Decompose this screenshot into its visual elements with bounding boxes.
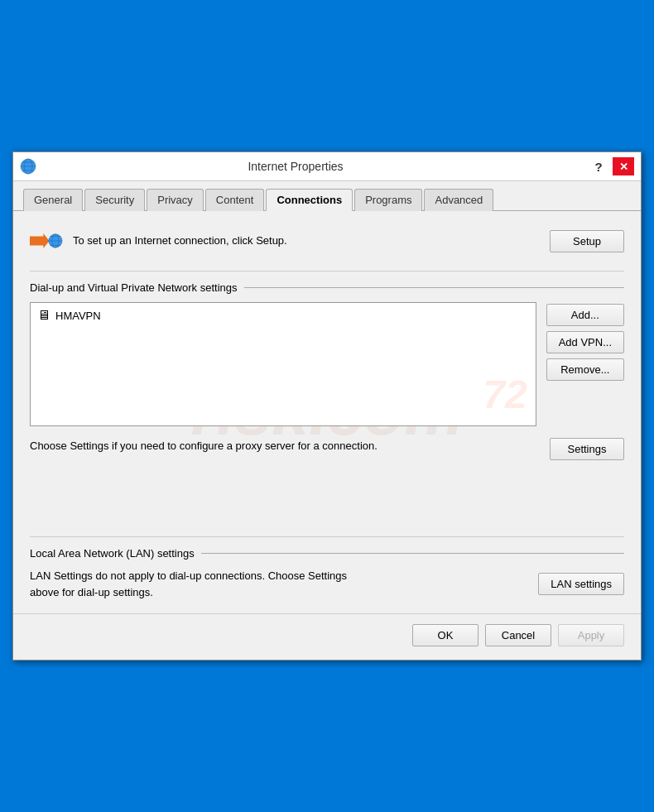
tab-privacy[interactable]: Privacy [147, 189, 204, 211]
lan-section-header: Local Area Network (LAN) settings [30, 547, 624, 560]
remove-button[interactable]: Remove... [546, 358, 624, 381]
vpn-item-icon: 🖥 [37, 308, 50, 323]
lan-settings-row: LAN Settings do not apply to dial-up con… [30, 568, 624, 600]
setup-row: To set up an Internet connection, click … [30, 224, 624, 257]
settings-description: Choose Settings if you need to configure… [30, 438, 377, 454]
dialup-header-text: Dial-up and Virtual Private Network sett… [30, 281, 238, 294]
tab-security[interactable]: Security [84, 189, 145, 211]
divider-2 [30, 536, 624, 537]
app-icon [20, 158, 36, 175]
header-line [244, 287, 625, 288]
tab-general[interactable]: General [23, 189, 83, 211]
dialup-section-header: Dial-up and Virtual Private Network sett… [30, 281, 624, 294]
setup-text: To set up an Internet connection, click … [73, 233, 287, 248]
vpn-list-area: 🖥 HMAVPN 72 Add... Add VPN... Remove... [30, 302, 624, 426]
help-button[interactable]: ? [588, 157, 609, 175]
tabs-bar: General Security Privacy Content Connect… [13, 181, 641, 211]
divider-1 [30, 271, 624, 271]
lan-description: LAN Settings do not apply to dial-up con… [30, 568, 377, 600]
svg-marker-5 [30, 233, 50, 248]
title-bar-controls: ? ✕ [588, 157, 634, 175]
tab-programs[interactable]: Programs [354, 189, 422, 211]
tab-advanced[interactable]: Advanced [424, 189, 493, 211]
cancel-button[interactable]: Cancel [485, 624, 551, 646]
title-bar: Internet Properties ? ✕ [13, 152, 641, 181]
add-vpn-button[interactable]: Add VPN... [546, 331, 624, 353]
spacer [30, 477, 624, 526]
tab-content[interactable]: Content [205, 189, 265, 211]
add-button[interactable]: Add... [546, 304, 624, 326]
internet-properties-window: Internet Properties ? ✕ General Security… [12, 151, 642, 661]
settings-button[interactable]: Settings [550, 438, 624, 460]
close-button[interactable]: ✕ [613, 157, 634, 175]
vpn-buttons: Add... Add VPN... Remove... [546, 302, 624, 381]
settings-row: Choose Settings if you need to configure… [30, 438, 624, 460]
tab-connections[interactable]: Connections [266, 189, 353, 211]
title-bar-left [20, 158, 36, 175]
list-watermark: 72 [483, 372, 527, 417]
lan-header-line [201, 553, 624, 554]
lan-header-text: Local Area Network (LAN) settings [30, 547, 195, 560]
tab-content-area: risk.com To set up [13, 211, 641, 613]
ok-button[interactable]: OK [412, 624, 478, 646]
connection-icon [30, 224, 63, 257]
vpn-item-name: HMAVPN [55, 310, 101, 322]
window-title: Internet Properties [36, 160, 555, 173]
setup-button[interactable]: Setup [550, 230, 624, 252]
lan-settings-button[interactable]: LAN settings [538, 573, 624, 595]
vpn-item[interactable]: 🖥 HMAVPN [34, 306, 532, 324]
apply-button[interactable]: Apply [558, 624, 624, 646]
setup-left: To set up an Internet connection, click … [30, 224, 287, 257]
vpn-listbox[interactable]: 🖥 HMAVPN 72 [30, 302, 536, 426]
footer: OK Cancel Apply [13, 613, 641, 660]
